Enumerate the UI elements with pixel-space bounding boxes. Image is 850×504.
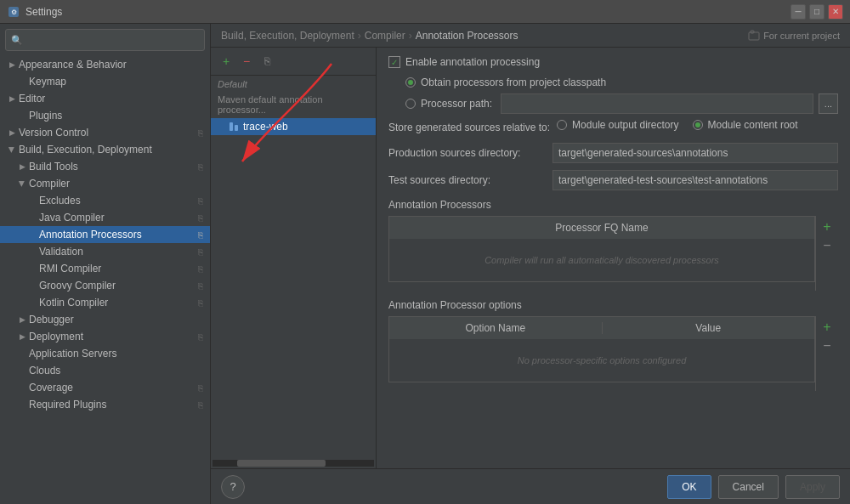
remove-processor-button[interactable]: − xyxy=(819,238,835,253)
module-content-row: Module content root xyxy=(693,119,798,131)
copy-icon: ⎘ xyxy=(198,400,203,410)
sidebar-item-plugins[interactable]: ▶ Plugins xyxy=(0,107,210,124)
processor-path-row: Processor path: ... xyxy=(405,93,838,114)
module-output-row: Module output directory xyxy=(557,119,678,131)
for-project-text: For current project xyxy=(763,31,840,41)
annotation-processor-options-title: Annotation Processor options xyxy=(388,299,838,311)
project-icon xyxy=(748,30,760,42)
settings-content: Enable annotation processing Obtain proc… xyxy=(377,48,850,468)
enable-annotation-checkbox[interactable] xyxy=(388,56,400,68)
ok-button[interactable]: OK xyxy=(667,475,711,499)
processor-path-browse-button[interactable]: ... xyxy=(819,93,838,114)
sidebar-item-clouds[interactable]: ▶ Clouds xyxy=(0,362,210,379)
svg-text:⚙: ⚙ xyxy=(11,8,17,16)
options-side-actions: + − xyxy=(815,316,838,391)
processor-path-radio[interactable] xyxy=(405,99,416,109)
annotation-processors-table-body: Compiler will run all automatically disc… xyxy=(389,239,814,281)
sidebar-item-editor[interactable]: ▶ Editor xyxy=(0,90,210,107)
options-table-header: Option Name Value xyxy=(389,317,814,339)
remove-profile-button[interactable]: − xyxy=(238,53,255,70)
obtain-classpath-label: Obtain processors from project classpath xyxy=(421,76,606,88)
help-button[interactable]: ? xyxy=(221,475,245,499)
sidebar-item-label: Java Compiler xyxy=(39,212,105,224)
auto-discover-text: Compiler will run all automatically disc… xyxy=(484,255,719,265)
svg-rect-5 xyxy=(235,125,238,131)
remove-option-button[interactable]: − xyxy=(819,338,835,354)
store-generated-options: Module output directory Module content r… xyxy=(557,119,797,136)
options-table-body: No processor-specific options configured xyxy=(389,339,814,382)
sidebar-item-label: Kotlin Compiler xyxy=(39,297,108,309)
module-output-radio[interactable] xyxy=(557,120,567,130)
copy-icon: ⎘ xyxy=(198,213,203,223)
right-panel: Build, Execution, Deployment › Compiler … xyxy=(211,24,850,504)
sidebar-item-validation[interactable]: ▶ Validation ⎘ xyxy=(0,243,210,260)
sidebar-item-compiler[interactable]: ▶ Compiler xyxy=(0,175,210,192)
arrow-icon: ▶ xyxy=(17,161,27,172)
obtain-classpath-radio[interactable] xyxy=(405,77,416,88)
sidebar-item-label: Coverage xyxy=(29,382,73,394)
cancel-button[interactable]: Cancel xyxy=(718,475,779,499)
copy-profile-button[interactable]: ⎘ xyxy=(258,53,275,70)
search-input[interactable] xyxy=(26,34,199,46)
annotation-processors-section-title: Annotation Processors xyxy=(388,199,838,211)
sidebar-item-label: Groovy Compiler xyxy=(39,280,116,292)
minimize-button[interactable]: ─ xyxy=(790,4,806,20)
breadcrumb-sep1: › xyxy=(358,30,361,42)
sidebar-item-build-tools[interactable]: ▶ Build Tools ⎘ xyxy=(0,158,210,175)
arrow-icon: ▶ xyxy=(17,178,27,189)
value-header: Value xyxy=(603,322,815,334)
add-processor-button[interactable]: + xyxy=(819,219,835,235)
sidebar-item-label: Clouds xyxy=(29,365,60,377)
annotation-processors-side-actions: + − xyxy=(815,216,838,291)
bottom-bar: ? OK Cancel Apply xyxy=(211,468,850,504)
sidebar-item-debugger[interactable]: ▶ Debugger xyxy=(0,311,210,328)
copy-icon: ⎘ xyxy=(198,247,203,257)
close-button[interactable]: ✕ xyxy=(828,4,843,20)
sidebar-item-version-control[interactable]: ▶ Version Control ⎘ xyxy=(0,124,210,141)
arrow-icon: ▶ xyxy=(7,59,17,70)
sidebar-item-coverage[interactable]: ▶ Coverage ⎘ xyxy=(0,379,210,396)
sidebar-item-excludes[interactable]: ▶ Excludes ⎘ xyxy=(0,192,210,209)
sidebar-item-rmi-compiler[interactable]: ▶ RMI Compiler ⎘ xyxy=(0,260,210,277)
enable-annotation-label: Enable annotation processing xyxy=(405,56,540,68)
arrow-icon: ▶ xyxy=(7,127,17,138)
module-content-radio[interactable] xyxy=(693,120,703,130)
add-profile-button[interactable]: + xyxy=(218,53,235,70)
sidebar-item-annotation-processors[interactable]: ▶ Annotation Processors ⎘ xyxy=(0,226,210,243)
search-box[interactable]: 🔍 xyxy=(5,29,205,51)
sidebar-item-label: Excludes xyxy=(39,195,81,207)
add-option-button[interactable]: + xyxy=(819,320,835,335)
apply-button[interactable]: Apply xyxy=(785,475,840,499)
production-sources-input[interactable] xyxy=(552,143,838,163)
sidebar-item-label: Keymap xyxy=(29,76,66,88)
sidebar-item-label: Build, Execution, Deployment xyxy=(19,144,152,156)
sidebar-item-label: Version Control xyxy=(19,127,88,139)
breadcrumb-part3: Annotation Processors xyxy=(416,30,518,42)
sidebar-item-appearance[interactable]: ▶ Appearance & Behavior xyxy=(0,56,210,73)
sidebar-item-label: Plugins xyxy=(29,110,62,122)
copy-icon: ⎘ xyxy=(198,128,203,138)
sidebar-item-required-plugins[interactable]: ▶ Required Plugins ⎘ xyxy=(0,396,210,413)
scrollbar[interactable] xyxy=(212,460,374,467)
sidebar-item-build-exec-deploy[interactable]: ▶ Build, Execution, Deployment xyxy=(0,141,210,158)
sidebar-item-deployment[interactable]: ▶ Deployment ⎘ xyxy=(0,328,210,345)
maximize-button[interactable]: □ xyxy=(809,4,824,20)
sidebar-item-app-servers[interactable]: ▶ Application Servers xyxy=(0,345,210,362)
profile-item-trace-web[interactable]: trace-web xyxy=(211,118,376,135)
sidebar-item-label: RMI Compiler xyxy=(39,263,101,275)
breadcrumb: Build, Execution, Deployment › Compiler … xyxy=(211,24,850,48)
sidebar-item-keymap[interactable]: ▶ Keymap xyxy=(0,73,210,90)
sidebar-item-java-compiler[interactable]: ▶ Java Compiler ⎘ xyxy=(0,209,210,226)
sidebar-item-groovy-compiler[interactable]: ▶ Groovy Compiler ⎘ xyxy=(0,277,210,294)
processor-path-label: Processor path: xyxy=(421,98,492,110)
no-options-text: No processor-specific options configured xyxy=(518,355,687,365)
test-sources-label: Test sources directory: xyxy=(388,174,546,186)
for-project-label: For current project xyxy=(748,30,840,42)
breadcrumb-sep2: › xyxy=(409,30,412,42)
search-icon: 🔍 xyxy=(11,35,23,46)
processor-path-input[interactable] xyxy=(501,93,813,114)
copy-icon: ⎘ xyxy=(198,264,203,274)
production-sources-label: Production sources directory: xyxy=(388,147,546,159)
sidebar-item-kotlin-compiler[interactable]: ▶ Kotlin Compiler ⎘ xyxy=(0,294,210,311)
test-sources-input[interactable] xyxy=(552,170,838,190)
